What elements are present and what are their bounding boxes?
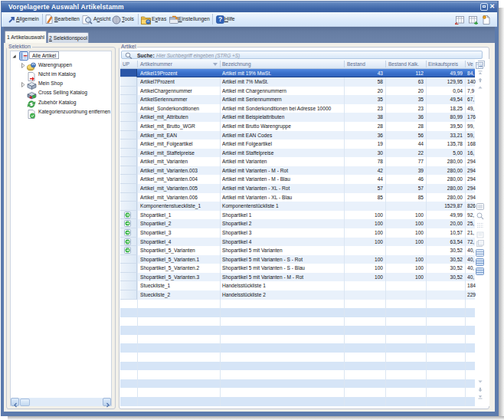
svg-text:?: ? — [218, 15, 222, 23]
